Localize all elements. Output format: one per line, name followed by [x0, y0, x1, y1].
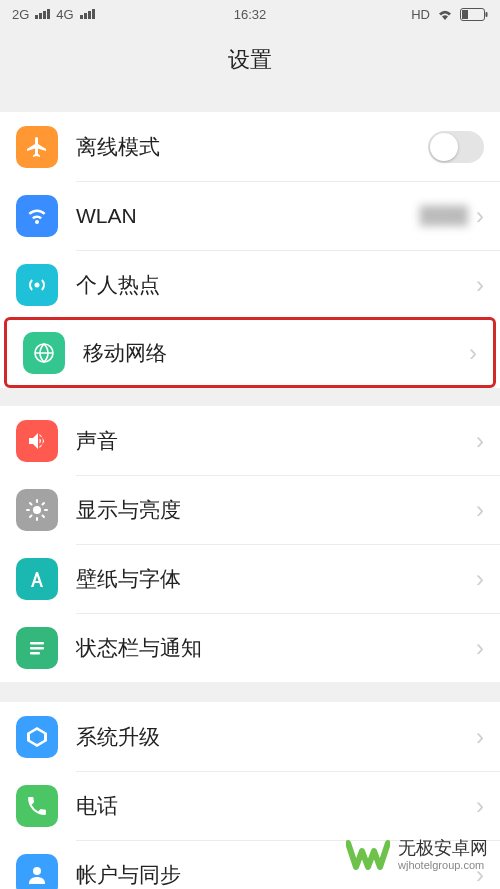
sound-icon	[16, 420, 58, 462]
svg-rect-15	[30, 647, 44, 650]
chevron-right-icon: ›	[476, 636, 484, 660]
page-title: 设置	[0, 28, 500, 92]
row-label: 壁纸与字体	[76, 565, 476, 593]
wlan-value: ████	[420, 206, 468, 226]
chevron-right-icon: ›	[476, 429, 484, 453]
row-statusbar-notify[interactable]: 状态栏与通知 ›	[0, 613, 500, 682]
svg-point-5	[33, 506, 41, 514]
wifi-icon	[436, 7, 454, 21]
font-icon	[16, 558, 58, 600]
row-hotspot[interactable]: 个人热点 ›	[0, 250, 500, 319]
row-wlan[interactable]: WLAN ████ ›	[0, 181, 500, 250]
status-time: 16:32	[234, 7, 267, 22]
svg-line-10	[30, 503, 32, 505]
svg-line-11	[43, 515, 45, 517]
svg-point-17	[33, 867, 41, 875]
hotspot-icon	[16, 264, 58, 306]
battery-icon	[460, 8, 488, 21]
section-display: 声音 › 显示与亮度 › 壁纸与字体 › 状态栏与通知 ›	[0, 406, 500, 682]
svg-rect-2	[462, 10, 468, 19]
watermark-main: 无极安卓网	[398, 838, 488, 860]
brightness-icon	[16, 489, 58, 531]
status-bar: 2G 4G 16:32 HD	[0, 0, 500, 28]
watermark-text: 无极安卓网 wjhotelgroup.com	[398, 838, 488, 873]
row-label: 状态栏与通知	[76, 634, 476, 662]
signal-2-icon	[80, 9, 95, 19]
svg-rect-14	[30, 642, 44, 645]
airplane-icon	[16, 126, 58, 168]
row-label: WLAN	[76, 204, 420, 228]
chevron-right-icon: ›	[476, 725, 484, 749]
hd-label: HD	[411, 7, 430, 22]
status-left: 2G 4G	[12, 7, 95, 22]
watermark-sub: wjhotelgroup.com	[398, 859, 488, 872]
row-sound[interactable]: 声音 ›	[0, 406, 500, 475]
svg-rect-16	[30, 652, 40, 655]
svg-point-3	[35, 282, 40, 287]
network-2-label: 4G	[56, 7, 73, 22]
account-icon	[16, 854, 58, 890]
chevron-right-icon: ›	[469, 341, 477, 365]
row-label: 离线模式	[76, 133, 428, 161]
row-phone[interactable]: 电话 ›	[0, 771, 500, 840]
row-wallpaper-fonts[interactable]: 壁纸与字体 ›	[0, 544, 500, 613]
svg-line-13	[43, 503, 45, 505]
svg-rect-1	[486, 12, 488, 17]
row-system-update[interactable]: 系统升级 ›	[0, 702, 500, 771]
wlan-icon	[16, 195, 58, 237]
row-label: 声音	[76, 427, 476, 455]
chevron-right-icon: ›	[476, 204, 484, 228]
airplane-toggle[interactable]	[428, 131, 484, 163]
row-label: 显示与亮度	[76, 496, 476, 524]
status-right: HD	[411, 7, 488, 22]
chevron-right-icon: ›	[476, 567, 484, 591]
signal-1-icon	[35, 9, 50, 19]
watermark-logo-icon	[346, 833, 390, 877]
chevron-right-icon: ›	[476, 794, 484, 818]
row-label: 电话	[76, 792, 476, 820]
network-1-label: 2G	[12, 7, 29, 22]
update-icon	[16, 716, 58, 758]
row-label: 个人热点	[76, 271, 476, 299]
row-airplane-mode[interactable]: 离线模式	[0, 112, 500, 181]
row-label: 系统升级	[76, 723, 476, 751]
globe-icon	[23, 332, 65, 374]
section-network: 离线模式 WLAN ████ › 个人热点 › 移动网络 ›	[0, 112, 500, 388]
chevron-right-icon: ›	[476, 273, 484, 297]
watermark: 无极安卓网 wjhotelgroup.com	[346, 833, 488, 877]
row-label: 移动网络	[83, 339, 469, 367]
svg-line-12	[30, 515, 32, 517]
row-mobile-network[interactable]: 移动网络 ›	[4, 317, 496, 388]
chevron-right-icon: ›	[476, 498, 484, 522]
phone-icon	[16, 785, 58, 827]
row-display-brightness[interactable]: 显示与亮度 ›	[0, 475, 500, 544]
list-icon	[16, 627, 58, 669]
